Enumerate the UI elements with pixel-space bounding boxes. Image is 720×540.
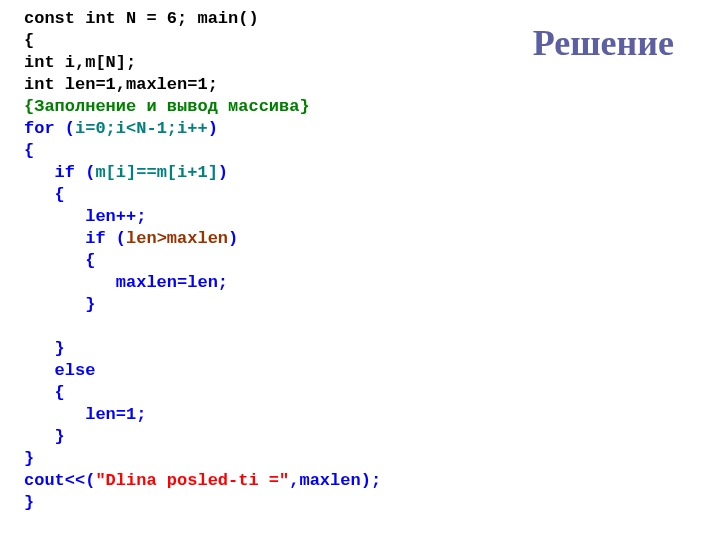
code-keyword: if ( (24, 163, 95, 182)
code-line: else (24, 361, 95, 380)
code-line: cout<<( (24, 471, 95, 490)
code-keyword: if ( (24, 229, 126, 248)
code-line: int len=1,maxlen=1; (24, 75, 218, 94)
code-line: { (24, 141, 34, 160)
code-line: maxlen=len; (24, 273, 228, 292)
code-line: } (24, 427, 65, 446)
code-line: } (24, 493, 34, 512)
code-cond: m[i]==m[i+1] (95, 163, 217, 182)
code-line: { (24, 185, 65, 204)
code-line: } (24, 339, 65, 358)
code-line: const int N = 6; main() (24, 9, 259, 28)
code-line: { (24, 383, 65, 402)
code-keyword: ) (208, 119, 218, 138)
code-line: len++; (24, 207, 146, 226)
slide: Решение const int N = 6; main() { int i,… (0, 0, 720, 540)
code-line: int i,m[N]; (24, 53, 136, 72)
code-block: const int N = 6; main() { int i,m[N]; in… (24, 8, 381, 514)
code-comment: {Заполнение и вывод массива} (24, 97, 310, 116)
code-keyword: ) (228, 229, 238, 248)
code-line: { (24, 31, 34, 50)
code-line: ,maxlen); (289, 471, 381, 490)
code-string: "Dlina posled-ti =" (95, 471, 289, 490)
code-line: { (24, 251, 95, 270)
code-line: } (24, 449, 34, 468)
code-cond: len>maxlen (126, 229, 228, 248)
code-cond: i=0;i<N-1;i++ (75, 119, 208, 138)
code-keyword: for ( (24, 119, 75, 138)
code-line: } (24, 295, 95, 314)
slide-title: Решение (533, 22, 674, 64)
code-keyword: ) (218, 163, 228, 182)
code-line: len=1; (24, 405, 146, 424)
